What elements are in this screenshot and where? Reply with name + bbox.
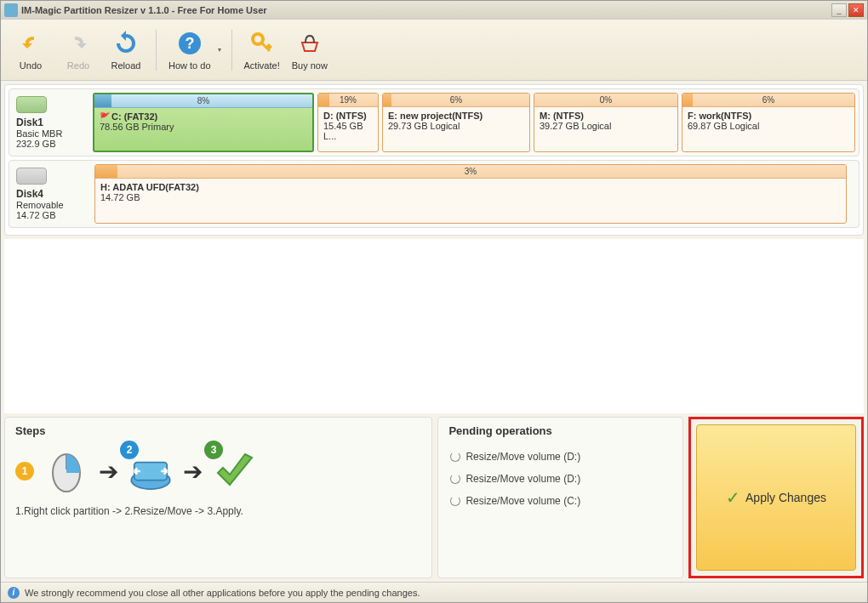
partition-info: D: (NTFS) 15.45 GB L... xyxy=(318,107,378,145)
titlebar: IM-Magic Partition Resizer v 1.1.0 - Fre… xyxy=(1,1,867,20)
partition-pct: 3% xyxy=(95,165,846,179)
partitions: 8% 🚩C: (FAT32) 78.56 GB Primary 19% D: (… xyxy=(93,93,855,152)
toolbar: Undo Redo Reload ? How to do ▾ Activate!… xyxy=(1,20,867,81)
partition[interactable]: 6% F: work(NTFS) 69.87 GB Logical xyxy=(682,93,855,152)
pending-item[interactable]: Resize/Move volume (D:) xyxy=(448,446,672,468)
partition[interactable]: 8% 🚩C: (FAT32) 78.56 GB Primary xyxy=(93,93,314,152)
disk-name: Disk1 xyxy=(16,117,43,128)
refresh-icon xyxy=(450,452,460,462)
redo-label: Redo xyxy=(67,60,89,71)
check-icon: ✓ xyxy=(726,487,740,508)
statusbar: i We strongly recommend you close all ot… xyxy=(1,582,867,602)
partition-label: H: ADATA UFD(FAT32) xyxy=(100,182,841,192)
partition-label: 🚩C: (FAT32) xyxy=(100,111,307,122)
partition[interactable]: 0% M: (NTFS) 39.27 GB Logical xyxy=(534,93,678,152)
info-icon: i xyxy=(8,587,20,599)
close-button[interactable]: ✕ xyxy=(848,3,864,17)
partition-label: E: new project(NTFS) xyxy=(388,111,524,121)
partition[interactable]: 3% H: ADATA UFD(FAT32) 14.72 GB xyxy=(94,164,847,224)
arrow-icon: ➔ xyxy=(183,458,203,486)
activate-button[interactable]: Activate! xyxy=(239,24,285,77)
help-icon: ? xyxy=(176,30,203,57)
buynow-label: Buy now xyxy=(292,60,328,71)
howto-dropdown-icon[interactable]: ▾ xyxy=(218,46,225,54)
partition-info: M: (NTFS) 39.27 GB Logical xyxy=(534,107,677,134)
undo-icon xyxy=(17,30,44,57)
basket-icon xyxy=(296,30,323,57)
partition-size: 39.27 GB Logical xyxy=(540,121,672,131)
step-3-badge: 3 xyxy=(204,441,223,459)
partition-size: 15.45 GB L... xyxy=(323,121,373,141)
steps-panel: Steps 1 ➔ 2 ➔ 3 1.Right click partition … xyxy=(4,417,432,578)
disk-label[interactable]: Disk4 Removable 14.72 GB xyxy=(13,164,94,224)
pending-title: Pending operations xyxy=(448,424,672,437)
reload-label: Reload xyxy=(111,60,141,71)
pending-item[interactable]: Resize/Move volume (D:) xyxy=(448,468,672,490)
bottom-panels: Steps 1 ➔ 2 ➔ 3 1.Right click partition … xyxy=(4,417,864,578)
partition-info: 🚩C: (FAT32) 78.56 GB Primary xyxy=(94,108,312,135)
apply-highlight: ✓ Apply Changes xyxy=(688,417,864,578)
redo-icon xyxy=(65,30,92,57)
svg-text:?: ? xyxy=(185,35,194,52)
partition-size: 78.56 GB Primary xyxy=(100,122,307,132)
buynow-button[interactable]: Buy now xyxy=(287,24,333,77)
partition-info: F: work(NTFS) 69.87 GB Logical xyxy=(682,107,854,134)
mouse-icon xyxy=(43,447,90,495)
pending-text: Resize/Move volume (D:) xyxy=(465,473,580,485)
partition-pct: 19% xyxy=(318,94,378,107)
reload-button[interactable]: Reload xyxy=(103,24,149,77)
howto-label: How to do xyxy=(168,60,211,71)
status-text: We strongly recommend you close all othe… xyxy=(25,588,420,598)
disk-type: Removable xyxy=(16,200,64,210)
reload-icon xyxy=(112,30,140,57)
partition-size: 69.87 GB Logical xyxy=(688,121,849,131)
refresh-icon xyxy=(450,496,460,506)
partition-pct: 6% xyxy=(383,94,529,107)
howto-button[interactable]: ? How to do xyxy=(163,24,216,77)
disk-icon xyxy=(16,96,47,113)
pending-text: Resize/Move volume (C:) xyxy=(465,495,580,507)
partition-usage-bar: 6% xyxy=(383,94,529,107)
undo-button[interactable]: Undo xyxy=(8,24,54,77)
partition-label: F: work(NTFS) xyxy=(688,111,849,121)
partition-label: D: (NTFS) xyxy=(323,111,373,121)
refresh-icon xyxy=(450,474,460,484)
partition-info: H: ADATA UFD(FAT32) 14.72 GB xyxy=(95,179,846,206)
pending-item[interactable]: Resize/Move volume (C:) xyxy=(448,490,672,512)
redo-button[interactable]: Redo xyxy=(55,24,101,77)
step-2-badge: 2 xyxy=(120,441,139,459)
app-icon xyxy=(4,3,18,17)
partition-size: 29.73 GB Logical xyxy=(388,121,524,131)
minimize-button[interactable]: _ xyxy=(831,3,847,17)
flag-icon: 🚩 xyxy=(100,112,110,122)
partition-usage-bar: 3% xyxy=(95,165,846,179)
partition-info: E: new project(NTFS) 29.73 GB Logical xyxy=(383,107,529,134)
partition-pct: 8% xyxy=(94,94,312,108)
disk-size: 14.72 GB xyxy=(16,210,55,220)
step-1-badge: 1 xyxy=(15,462,34,481)
partition-pct: 6% xyxy=(682,94,854,107)
disk-name: Disk4 xyxy=(16,188,43,200)
content-area xyxy=(4,239,864,413)
partition-usage-bar: 6% xyxy=(682,94,854,107)
activate-label: Activate! xyxy=(244,60,280,71)
partition-usage-bar: 19% xyxy=(318,94,378,107)
pending-text: Resize/Move volume (D:) xyxy=(465,451,580,463)
apply-changes-button[interactable]: ✓ Apply Changes xyxy=(696,424,856,571)
partition-usage-bar: 8% xyxy=(94,94,312,108)
arrow-icon: ➔ xyxy=(99,458,118,486)
steps-text: 1.Right click partition -> 2.Resize/Move… xyxy=(15,505,421,517)
partition[interactable]: 19% D: (NTFS) 15.45 GB L... xyxy=(317,93,379,152)
undo-label: Undo xyxy=(20,60,42,71)
window-title: IM-Magic Partition Resizer v 1.1.0 - Fre… xyxy=(21,5,831,15)
main-window: IM-Magic Partition Resizer v 1.1.0 - Fre… xyxy=(0,0,868,603)
partition-label: M: (NTFS) xyxy=(540,111,672,121)
key-icon xyxy=(248,30,276,57)
apply-label: Apply Changes xyxy=(745,491,826,504)
partition[interactable]: 6% E: new project(NTFS) 29.73 GB Logical xyxy=(382,93,530,152)
disk-row: Disk4 Removable 14.72 GB 3% H: ADATA UFD… xyxy=(9,160,859,228)
partition-usage-bar: 0% xyxy=(534,94,677,107)
toolbar-separator xyxy=(156,30,157,71)
disk-label[interactable]: Disk1 Basic MBR 232.9 GB xyxy=(13,93,93,152)
disk-icon xyxy=(16,168,47,185)
